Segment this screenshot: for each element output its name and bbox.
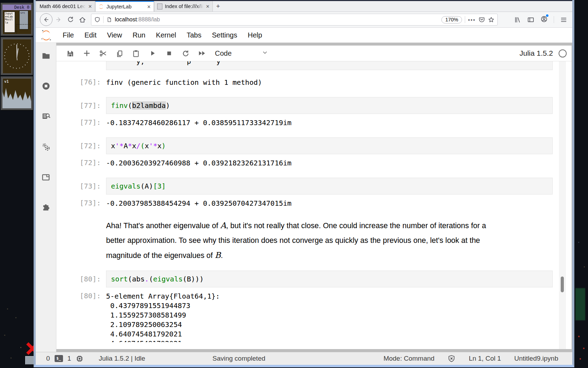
interrupt-kernel-button[interactable] — [161, 49, 177, 57]
library-icon[interactable] — [514, 16, 521, 23]
jupyterlab-menubar: File Edit View Run Kernel Tabs Settings … — [36, 28, 572, 43]
page-info-icon[interactable] — [106, 16, 112, 23]
save-icon — [66, 49, 74, 57]
menu-view[interactable]: View — [102, 31, 127, 39]
cell-prompt: [77]: — [56, 97, 106, 114]
browser-tab-file-index[interactable]: Index of file:///x/libb/hom ✕ — [154, 1, 213, 12]
cut-cells-button[interactable] — [95, 49, 111, 57]
menu-tabs[interactable]: Tabs — [181, 31, 206, 39]
kernels-count[interactable]: 1 — [68, 355, 71, 362]
file-browser-icon[interactable] — [41, 51, 51, 61]
trust-shield-icon[interactable] — [448, 355, 455, 362]
cell-prompt: [72]: — [56, 137, 106, 154]
notebook-scroll-area[interactable]: y, p y[76]:finv (generic function with 1… — [56, 61, 572, 349]
menu-help[interactable]: Help — [243, 31, 267, 39]
scissors-icon — [99, 49, 107, 57]
copy-cells-button[interactable] — [111, 49, 128, 57]
clipped-cell-row: y, p y — [56, 61, 553, 70]
notebook-filename[interactable]: Untitled9.ipynb — [514, 355, 558, 362]
reload-button[interactable] — [64, 14, 76, 26]
pager-window-jupyterlab[interactable]: JupytenLab Mozilla — [4, 12, 15, 33]
new-tab-button[interactable]: + — [213, 1, 223, 12]
statusbar-left: 0 $_ 1 Julia 1.5.2 | Idle — [46, 355, 145, 363]
back-button[interactable] — [40, 13, 52, 26]
property-inspector-gears-icon[interactable] — [41, 142, 51, 152]
fast-forward-icon — [198, 49, 206, 57]
divider — [465, 16, 465, 23]
chevron-down-icon[interactable] — [262, 49, 268, 57]
save-button[interactable] — [62, 49, 78, 57]
paste-cells-button[interactable] — [128, 49, 144, 57]
shield-icon[interactable] — [94, 16, 100, 23]
navbar-right-icons — [514, 15, 567, 24]
pager-desk-divider — [16, 24, 31, 34]
jupyter-logo-icon — [40, 29, 52, 43]
command-palette-icon[interactable] — [41, 111, 51, 121]
screen: Desk 0 JupytenLab Mozilla src v1 Math 46… — [0, 0, 588, 368]
browser-tab-bar: Math 466 dec01 Lecture No ✕ JupyterLab ✕… — [36, 1, 572, 12]
scrollbar-thumb[interactable] — [561, 277, 564, 292]
page-actions-icon[interactable]: ••• — [468, 17, 476, 23]
clipped-output-line: 4.640745481792021 — [106, 339, 553, 342]
activity-bar — [36, 43, 56, 352]
clipped-code-cell[interactable]: y, p y — [106, 61, 553, 70]
output-cell-row: [72]:-0.20036203927460988 + 0.0392182326… — [56, 158, 553, 168]
terminals-count[interactable]: 0 — [46, 355, 50, 362]
account-button[interactable] — [540, 15, 548, 24]
close-tab-icon[interactable]: ✕ — [88, 4, 92, 9]
zoom-level-indicator[interactable]: 170% — [441, 16, 462, 23]
home-button[interactable] — [76, 14, 88, 26]
reload-icon — [67, 16, 74, 23]
notebook-toolbar: Code Julia 1.5.2 — [56, 46, 572, 61]
running-kernels-icon[interactable] — [41, 81, 51, 91]
sidebar-toggle-icon[interactable] — [527, 16, 534, 23]
url-bar[interactable]: localhost:8888/lab 170% ••• — [91, 14, 498, 26]
close-tab-icon[interactable]: ✕ — [147, 4, 151, 9]
jupyterlab-statusbar: 0 $_ 1 Julia 1.5.2 | Idle Saving complet… — [36, 352, 572, 365]
output-line: -0.20036203927460988 + 0.039218232621317… — [106, 158, 553, 168]
add-cell-button[interactable] — [78, 49, 95, 57]
menu-kernel[interactable]: Kernel — [150, 31, 181, 39]
open-tabs-icon[interactable] — [41, 172, 51, 182]
restart-kernel-button[interactable] — [177, 49, 194, 57]
markdown-cell[interactable]: Aha! That's another eigenvalue of A, but… — [106, 218, 505, 263]
divider — [554, 16, 554, 23]
run-cell-button[interactable] — [144, 49, 161, 57]
firefox-window: Math 466 dec01 Lecture No ✕ JupyterLab ✕… — [34, 0, 574, 367]
hamburger-menu-icon[interactable] — [560, 16, 567, 23]
terminal-icon[interactable]: $_ — [55, 355, 63, 362]
code-input-cell[interactable]: finv(b2lambda) — [106, 97, 553, 114]
cursor-position[interactable]: Ln 1, Col 1 — [469, 355, 501, 362]
code-input-cell[interactable]: eigvals(A)[3] — [106, 178, 553, 195]
cell-prompt: [80]: — [56, 292, 106, 342]
kernel-chip-icon[interactable] — [76, 355, 84, 363]
menu-settings[interactable]: Settings — [206, 31, 242, 39]
notification-dot — [546, 14, 548, 17]
browser-tab-math466[interactable]: Math 466 dec01 Lecture No ✕ — [36, 1, 95, 12]
code-input-cell[interactable]: x'*A*x/(x'*x) — [106, 137, 553, 154]
notebook-cells: y, p y[76]:finv (generic function with 1… — [56, 61, 553, 349]
code-input-cell[interactable]: sort(abs.(eigvals(B))) — [106, 271, 553, 287]
kernel-status-text[interactable]: Julia 1.5.2 | Idle — [99, 355, 145, 362]
copy-icon — [115, 49, 124, 57]
menu-run[interactable]: Run — [127, 31, 151, 39]
forward-button[interactable] — [52, 14, 64, 26]
load-graph-icon — [2, 78, 31, 108]
command-mode-indicator[interactable]: Mode: Command — [384, 355, 435, 362]
url-text[interactable]: localhost:8888/lab — [115, 16, 439, 23]
desktop-pager[interactable]: Desk 0 JupytenLab Mozilla src — [1, 3, 33, 36]
run-all-button[interactable] — [194, 49, 210, 57]
cell-type-select[interactable]: Code — [215, 49, 232, 57]
browser-tab-jupyterlab[interactable]: JupyterLab ✕ — [95, 1, 154, 12]
notebook-scrollbar[interactable] — [559, 61, 566, 349]
output-cell-row: [73]:-0.20037985388454294 + 0.0392507042… — [56, 199, 553, 208]
kernel-name[interactable]: Julia 1.5.2 — [519, 49, 553, 57]
close-tab-icon[interactable]: ✕ — [206, 4, 210, 9]
menu-file[interactable]: File — [57, 31, 79, 39]
pocket-icon[interactable] — [478, 16, 485, 23]
markdown-cell-row: Aha! That's another eigenvalue of A, but… — [56, 218, 553, 263]
menu-edit[interactable]: Edit — [79, 31, 102, 39]
extension-manager-icon[interactable] — [41, 203, 51, 212]
bookmark-star-icon[interactable] — [488, 16, 495, 23]
output-line: 1.1559257308581499 — [106, 311, 553, 320]
